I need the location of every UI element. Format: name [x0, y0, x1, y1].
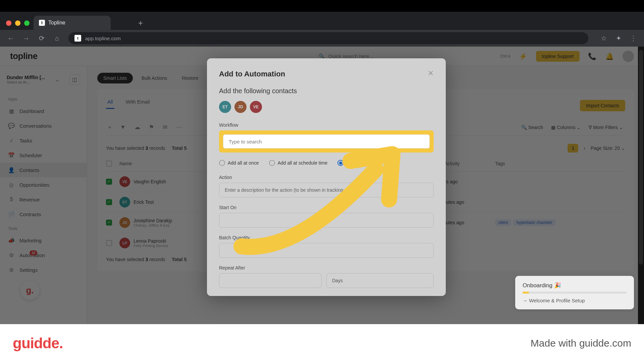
add-mode-radios: Add all at once Add all at schedule time…	[219, 160, 434, 166]
contacts-icon: 👤	[8, 167, 15, 173]
mail-icon[interactable]: ✉	[163, 124, 167, 131]
contact-name: Lenna Paprocki	[133, 238, 168, 244]
back-icon[interactable]: ←	[7, 35, 15, 42]
selection-text: You have selected 3 records	[106, 257, 165, 262]
radio-label: Add all at once	[228, 160, 259, 166]
tag-chip[interactable]: hyperbaric chamber	[513, 219, 555, 226]
maximize-window-icon[interactable]	[24, 20, 30, 26]
sidebar-item-contracts[interactable]: 📄Contracts	[0, 207, 87, 222]
radio-icon	[269, 160, 275, 166]
new-tab-button[interactable]: +	[138, 18, 143, 28]
browser-tab[interactable]: t Topline	[34, 16, 111, 30]
contact-avatar: VE	[119, 176, 130, 187]
tab-bulk-actions[interactable]: Bulk Actions	[136, 73, 173, 83]
filter-tab-all[interactable]: All	[106, 96, 114, 109]
repeat-value-input[interactable]	[219, 273, 322, 288]
sidebar-item-opportunities[interactable]: ◎Opportunities	[0, 177, 87, 192]
org-sub: Select an Ac...	[7, 80, 45, 84]
menu-icon[interactable]: ⋮	[629, 34, 637, 42]
action-input[interactable]	[219, 183, 434, 197]
row-name-cell: LP Lenna PaprockiFeltz Printing Service	[119, 238, 207, 248]
tab-restore[interactable]: Restore	[176, 73, 204, 83]
guidde-recorder-bubble[interactable]: g.	[20, 281, 40, 300]
radio-icon	[337, 160, 343, 166]
contact-avatar: LP	[119, 238, 130, 248]
select-all-checkbox[interactable]	[106, 161, 112, 167]
org-selector[interactable]: Dunder Mifflin [... Select an Ac... ⌄ ◫	[0, 71, 87, 88]
contact-name: Erick Test	[133, 199, 154, 205]
filter-tab-with-email[interactable]: With Email	[124, 96, 151, 109]
page-number[interactable]: 1	[568, 144, 578, 153]
lightning-icon[interactable]: ⚡	[519, 52, 528, 61]
row-checkbox[interactable]	[106, 240, 112, 246]
page-size-label: Page Size: 20 ⌄	[591, 145, 625, 151]
start-on-input[interactable]	[219, 213, 434, 228]
plus-icon[interactable]: +	[108, 124, 111, 131]
document-icon: 📄	[8, 211, 15, 218]
sidebar-item-label: Dashboard	[19, 108, 44, 114]
panel-icon: ◫	[72, 76, 77, 83]
forward-icon[interactable]: →	[22, 35, 30, 42]
home-icon[interactable]: ⌂	[53, 35, 61, 42]
close-window-icon[interactable]	[6, 20, 11, 26]
row-checkbox[interactable]	[106, 179, 112, 185]
sidebar-item-automation[interactable]: ⚙Automation10	[0, 248, 87, 262]
contact-avatar: ET	[119, 197, 130, 207]
row-checkbox[interactable]	[106, 199, 112, 205]
radio-add-drip-mode[interactable]: Add in drip mode	[337, 160, 382, 166]
col-tags[interactable]: Tags	[495, 161, 625, 166]
sidebar-item-revenue[interactable]: $Revenue	[0, 192, 87, 207]
workflow-search-input[interactable]	[223, 134, 430, 148]
header-actions: Ctrl k ⚡ topline Support 📞 🔔	[500, 51, 634, 62]
sidebar-item-contacts[interactable]: 👤Contacts	[0, 163, 87, 177]
more-filters-button[interactable]: ∇ More Filters ⌄	[589, 125, 623, 130]
repeat-unit-select[interactable]	[326, 273, 434, 288]
user-avatar[interactable]	[623, 51, 634, 62]
reload-icon[interactable]: ⟳	[38, 34, 46, 42]
table-search[interactable]: 🔍 Search	[521, 125, 543, 130]
phone-icon[interactable]: 📞	[588, 52, 597, 61]
support-button[interactable]: topline Support	[536, 51, 580, 62]
url-bar[interactable]: t app.topline.com	[68, 32, 588, 44]
extensions-icon[interactable]: ✦	[614, 34, 623, 42]
filter-icon[interactable]: ▼	[120, 124, 126, 131]
calendar-icon: 📅	[8, 152, 15, 159]
tab-smart-lists[interactable]: Smart Lists	[97, 73, 133, 83]
sidebar-item-tasks[interactable]: ✓Tasks	[0, 133, 87, 148]
tab-favicon-icon: t	[39, 20, 45, 26]
tag-chip[interactable]: client	[495, 219, 511, 226]
scrollbar-thumb[interactable]	[639, 50, 643, 264]
flag-icon[interactable]: ⚑	[149, 124, 154, 131]
radio-add-all-at-once[interactable]: Add all at once	[219, 160, 259, 166]
star-icon[interactable]: ☆	[600, 34, 608, 42]
cloud-icon[interactable]: ☁	[135, 124, 140, 131]
minimize-window-icon[interactable]	[15, 20, 20, 26]
import-contacts-button[interactable]: Import Contacts	[580, 100, 625, 111]
sidebar-item-label: Contacts	[19, 167, 39, 173]
pagination: 1 › Page Size: 20 ⌄	[568, 144, 625, 153]
sidebar-collapse-button[interactable]: ◫	[69, 74, 80, 85]
col-name[interactable]: Name	[119, 161, 207, 166]
sidebar-item-conversations[interactable]: 💬Conversations	[0, 118, 87, 133]
add-to-automation-modal: ✕ Add to Automation Add the following co…	[207, 58, 446, 296]
sidebar-item-scheduler[interactable]: 📅Scheduler	[0, 148, 87, 163]
radio-add-schedule-time[interactable]: Add all at schedule time	[269, 160, 328, 166]
bell-icon[interactable]: 🔔	[605, 52, 614, 61]
columns-button[interactable]: ▦ Columns ⌄	[551, 125, 581, 130]
sidebar-item-dashboard[interactable]: ▦Dashboard	[0, 104, 87, 118]
sidebar-item-settings[interactable]: ⚙Settings	[0, 262, 87, 277]
batch-qty-input[interactable]	[219, 243, 434, 258]
total-label: Total 5	[172, 145, 186, 151]
next-page-icon[interactable]: ›	[584, 145, 585, 151]
repeat-after-label: Repeat After	[219, 265, 434, 270]
scrollbar[interactable]	[638, 47, 644, 324]
action-label: Action	[219, 175, 434, 180]
row-name-cell: ET Erick Test	[119, 197, 207, 207]
settings-icon: ⚙	[8, 266, 15, 273]
row-checkbox[interactable]	[106, 220, 112, 226]
more-icon[interactable]: ⋯	[176, 124, 182, 131]
sidebar-item-marketing[interactable]: 📣Marketing	[0, 233, 87, 248]
onboarding-toast[interactable]: Onboarding 🎉 → Welcome & Profile Setup	[515, 276, 634, 309]
row-name-cell: JD Josephine DarakjyChanay, Jeffery A Es…	[119, 217, 207, 228]
close-modal-button[interactable]: ✕	[428, 69, 434, 78]
